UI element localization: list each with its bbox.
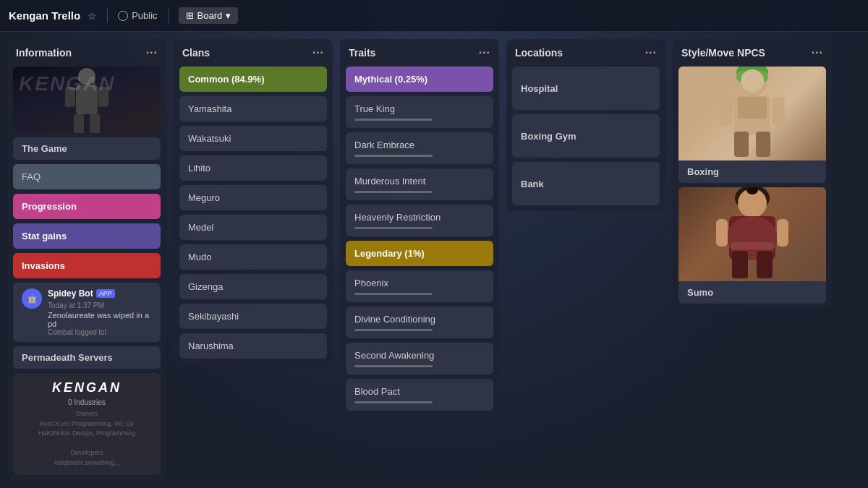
card-permadeath-servers[interactable]: Permadeath Servers	[13, 346, 161, 369]
card-progression[interactable]: Progression	[13, 194, 161, 219]
meguro-label: Meguro	[188, 192, 220, 203]
column-traits: Traits ··· Mythical (0.25%) True King Da…	[340, 39, 499, 416]
board-button[interactable]: ⊞ Board ▾	[179, 7, 239, 24]
star-icon[interactable]: ☆	[88, 10, 97, 22]
card-lines-8	[354, 401, 485, 403]
card-boxing-npc[interactable]: Boxing	[678, 67, 826, 183]
card-lihito[interactable]: Lihito	[179, 155, 327, 181]
kengan-credits-text: OwnersKyoCKIAri Programming, Wt, UxHatON…	[38, 409, 135, 468]
card-medel[interactable]: Medel	[179, 215, 327, 240]
common-label: Common (84.9%)	[188, 74, 264, 85]
gizenga-label: Gizenga	[188, 281, 223, 292]
card-yamashita[interactable]: Yamashita	[179, 96, 327, 121]
medel-label: Medel	[188, 222, 213, 233]
card-line-7	[354, 365, 433, 367]
chat-sub: Combat logged lol	[48, 328, 152, 336]
invasions-label: Invasions	[22, 260, 65, 271]
column-content-clans: Common (84.9%) Yamashita Wakatsuki Lihit…	[174, 67, 333, 364]
card-true-king[interactable]: True King	[346, 96, 493, 128]
wakatsuki-label: Wakatsuki	[188, 133, 231, 144]
blood-pact-label: Blood Pact	[354, 386, 400, 397]
card-mudo[interactable]: Mudo	[179, 244, 327, 270]
lihito-label: Lihito	[188, 163, 210, 174]
card-line-5	[354, 293, 433, 295]
column-header-npcs: Style/Move NPCS ···	[673, 39, 832, 67]
board-icon: ⊞	[186, 10, 194, 21]
column-information: Information ··· KENGAN	[7, 39, 166, 481]
card-lines-2	[354, 155, 485, 157]
header-divider-2	[168, 9, 169, 23]
card-lines	[354, 119, 485, 121]
boxing-gym-label: Boxing Gym	[521, 131, 576, 142]
card-heavenly-restriction[interactable]: Heavenly Restriction	[346, 205, 493, 236]
card-line-1	[354, 119, 433, 121]
column-style-move-npcs: Style/Move NPCS ···	[673, 39, 832, 309]
card-second-awakening[interactable]: Second Awakening	[346, 343, 493, 374]
visibility-indicator: Public	[118, 10, 157, 21]
bank-label: Bank	[521, 179, 544, 189]
yamashita-label: Yamashita	[188, 103, 231, 114]
column-content-locations: Hospital Boxing Gym Bank	[506, 67, 665, 211]
boxing-npc-image	[678, 67, 826, 160]
card-line-4	[354, 227, 433, 229]
hospital-label: Hospital	[521, 83, 558, 94]
card-murderous-intent[interactable]: Murderous Intent	[346, 168, 493, 200]
card-faq[interactable]: FAQ	[13, 164, 161, 189]
the-game-label: The Game	[22, 143, 67, 154]
board-label: Board	[197, 10, 223, 21]
svg-rect-14	[756, 132, 770, 157]
column-content-information: KENGAN The Game FAQ	[7, 67, 166, 481]
card-kengan-logo[interactable]: KENGAN 0 Industries OwnersKyoCKIAri Prog…	[13, 373, 161, 475]
column-menu-traits[interactable]: ···	[479, 46, 490, 59]
column-menu-information[interactable]: ···	[146, 46, 158, 59]
column-menu-npcs[interactable]: ···	[812, 46, 823, 59]
card-stat-gains[interactable]: Stat gains	[13, 223, 161, 249]
chat-time: Today at 1:37 PM	[48, 301, 104, 309]
column-header-locations: Locations ···	[506, 39, 665, 67]
card-boxing-gym[interactable]: Boxing Gym	[512, 114, 660, 158]
banner-inner: KENGAN	[13, 67, 161, 133]
card-common[interactable]: Common (84.9%)	[179, 67, 327, 92]
column-menu-locations[interactable]: ···	[645, 46, 657, 59]
card-wakatsuki[interactable]: Wakatsuki	[179, 126, 327, 151]
svg-rect-15	[738, 97, 767, 119]
card-bank[interactable]: Bank	[512, 162, 660, 205]
card-sumo-npc[interactable]: Sumo	[678, 187, 826, 304]
card-gizenga[interactable]: Gizenga	[179, 274, 327, 299]
board-area: Information ··· KENGAN	[0, 32, 868, 488]
card-legendary[interactable]: Legendary (1%)	[346, 241, 493, 266]
sumo-npc-label: Sumo	[678, 281, 826, 304]
mythical-label: Mythical (0.25%)	[354, 74, 427, 85]
card-phoenix[interactable]: Phoenix	[346, 270, 493, 302]
card-dark-embrace[interactable]: Dark Embrace	[346, 132, 493, 164]
kengan-industries: 0 Industries	[68, 398, 106, 406]
card-hospital[interactable]: Hospital	[512, 67, 660, 110]
murderous-intent-label: Murderous Intent	[354, 176, 425, 187]
card-mythical[interactable]: Mythical (0.25%)	[346, 67, 493, 92]
card-narushima[interactable]: Narushima	[179, 333, 327, 359]
column-title-clans: Clans	[182, 47, 210, 59]
sekibayashi-label: Sekibayashi	[188, 311, 239, 322]
card-chat-notification[interactable]: 🤖 Spidey Bot APP Today at 1:37 PM Zenola…	[13, 283, 161, 342]
chat-message: Zenolaureate was wiped in a pd	[48, 311, 152, 328]
svg-rect-4	[74, 114, 84, 133]
card-sekibayashi[interactable]: Sekibayashi	[179, 304, 327, 329]
column-header-information: Information ···	[7, 39, 166, 67]
card-meguro[interactable]: Meguro	[179, 185, 327, 210]
card-invasions[interactable]: Invasions	[13, 253, 161, 278]
svg-rect-11	[720, 97, 733, 126]
kengan-banner-image: KENGAN	[13, 67, 161, 133]
chevron-down-icon: ▾	[226, 10, 231, 21]
card-line-6	[354, 329, 433, 331]
svg-rect-25	[731, 242, 774, 249]
card-lines-5	[354, 293, 485, 295]
card-the-game[interactable]: The Game	[13, 137, 161, 160]
card-lines-7	[354, 365, 485, 367]
column-menu-clans[interactable]: ···	[312, 46, 324, 59]
boxing-npc-label: Boxing	[678, 160, 826, 183]
card-blood-pact[interactable]: Blood Pact	[346, 379, 493, 411]
column-clans: Clans ··· Common (84.9%) Yamashita Wakat…	[174, 39, 333, 364]
card-divine-conditioning[interactable]: Divine Conditioning	[346, 307, 493, 338]
dark-embrace-label: Dark Embrace	[354, 140, 414, 150]
boxing-character-svg	[709, 67, 796, 160]
